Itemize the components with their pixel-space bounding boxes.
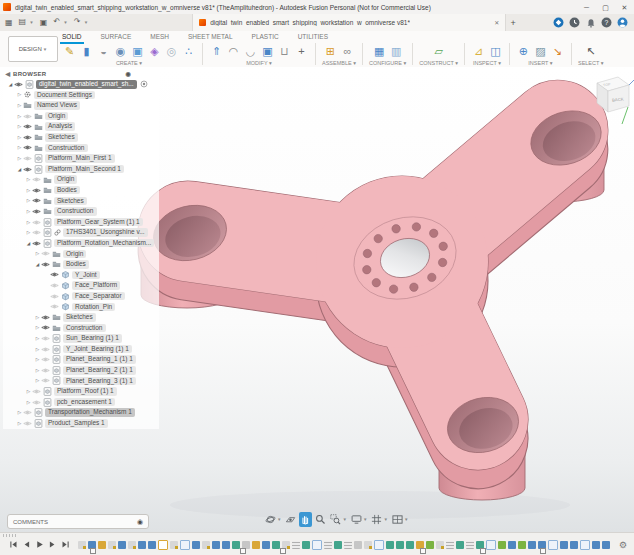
recent-icon[interactable] (569, 17, 580, 28)
timeline-group-marker[interactable] (540, 548, 546, 554)
tree-item-17hs3401-usongshine-v[interactable]: ▷17HS3401_Usongshine v... (3, 227, 159, 238)
timeline-feature-extrude[interactable] (570, 541, 578, 549)
close-button[interactable]: ✕ (615, 1, 634, 14)
timeline-feature-feature[interactable] (252, 541, 260, 549)
timeline-feature-parameter[interactable] (466, 541, 474, 549)
timeline-feature-extrude[interactable] (262, 541, 270, 549)
tree-item-label[interactable]: Analysis (45, 122, 75, 131)
visibility-off-eye-icon[interactable] (32, 399, 41, 406)
timeline-feature-feature[interactable] (98, 541, 106, 549)
tree-item-face-separator[interactable]: Face_Separator (3, 291, 159, 302)
tree-item-label[interactable]: Face_Separator (72, 292, 125, 301)
timeline-group-marker[interactable] (480, 548, 486, 554)
visibility-off-eye-icon[interactable] (41, 335, 50, 342)
timeline-feature-motion[interactable] (498, 541, 506, 549)
timeline-group-marker[interactable] (90, 548, 96, 554)
expand-arrow-icon[interactable]: ▷ (25, 389, 32, 394)
visibility-on-eye-icon[interactable] (23, 123, 32, 130)
tree-item-platform-main-first-1[interactable]: ▷Platform_Main_First 1 (3, 153, 159, 164)
insert-derive-icon[interactable]: ⊕ (516, 44, 531, 59)
visibility-on-eye-icon[interactable] (32, 187, 41, 194)
tree-item-document-settings[interactable]: ▷Document Settings (3, 90, 159, 101)
visibility-on-eye-icon[interactable] (41, 314, 50, 321)
joint-icon[interactable]: ∞ (340, 44, 355, 59)
visibility-on-eye-icon[interactable] (32, 197, 41, 204)
extensions-icon[interactable] (553, 17, 564, 28)
timeline-feature-construction-plane[interactable] (374, 540, 384, 550)
visibility-on-eye-icon[interactable] (32, 240, 41, 247)
tree-item-sketches[interactable]: ▷Sketches (3, 196, 159, 207)
timeline-feature-sketch[interactable] (202, 541, 210, 549)
zoom-tool[interactable] (314, 512, 327, 527)
tree-item-label[interactable]: Sketches (54, 197, 87, 206)
form-icon[interactable]: ◒ (96, 44, 111, 59)
tree-item-bodies[interactable]: ▷Bodies (3, 185, 159, 196)
configuration-table-icon[interactable]: ▦ (372, 44, 387, 59)
timeline-feature-joint[interactable] (456, 541, 464, 549)
tree-item-label[interactable]: 17HS3401_Usongshine v... (63, 228, 148, 237)
timeline-feature-extrude[interactable] (508, 541, 516, 549)
visibility-on-eye-icon[interactable] (14, 81, 23, 88)
tree-item-bodies[interactable]: ◢Bodies (3, 259, 159, 270)
timeline-feature-misc[interactable] (354, 541, 362, 549)
minimize-button[interactable]: ─ (577, 1, 596, 14)
collapse-panel-icon[interactable]: ◀ (3, 70, 13, 77)
visibility-off-eye-icon[interactable] (32, 219, 41, 226)
orbit-tool[interactable]: ▼ (264, 512, 282, 527)
visibility-off-eye-icon[interactable] (50, 293, 59, 300)
document-tab[interactable]: digital_twin_enabled_smart_shipping_work… (192, 14, 506, 31)
move-copy-icon[interactable]: + (294, 44, 309, 59)
section-analysis-icon[interactable]: ◫ (488, 44, 503, 59)
visibility-on-eye-icon[interactable] (41, 324, 50, 331)
tree-item-construction[interactable]: ▷Construction (3, 206, 159, 217)
timeline-feature-sketch[interactable] (108, 541, 116, 549)
tree-item-planet-bearing-1-1-1[interactable]: ▷Planet_Bearing_1 (1) 1 (3, 354, 159, 365)
timeline-feature-parameter[interactable] (344, 541, 352, 549)
tree-item-pcb-encasement-1[interactable]: ▷pcb_encasement 1 (3, 397, 159, 408)
tree-item-label[interactable]: Origin (45, 112, 68, 121)
timeline-feature-construction-plane[interactable] (486, 540, 496, 550)
expand-arrow-icon[interactable]: ▷ (16, 124, 23, 129)
fillet-icon[interactable]: ◠ (226, 44, 241, 59)
tree-item-platform-gear-system-1-1[interactable]: ▷Platform_Gear_System (1) 1 (3, 217, 159, 228)
viewports-tool[interactable]: ▼ (391, 512, 409, 527)
timeline-feature-parameter[interactable] (292, 541, 300, 549)
group-label-create[interactable]: CREATE ▾ (116, 60, 142, 66)
group-label-select[interactable]: SELECT ▾ (578, 60, 604, 66)
tree-item-label[interactable]: Planet_Bearing_3 (1) 1 (63, 377, 136, 386)
browser-options-icon[interactable]: ◉ (125, 70, 131, 77)
timeline-group-marker[interactable] (240, 548, 246, 554)
tree-item-label[interactable]: pcb_encasement 1 (54, 398, 115, 407)
tree-item-label[interactable]: Bodies (63, 260, 89, 269)
chevron-down-icon[interactable]: ▼ (383, 517, 387, 522)
generative-design-icon[interactable]: ◈ (147, 44, 162, 59)
timeline-feature-extrude[interactable] (192, 541, 200, 549)
new-component-icon[interactable]: ⊞ (323, 44, 338, 59)
timeline-feature-motion[interactable] (426, 541, 434, 549)
tree-item-platform-rotation-mechanism[interactable]: ◢Platform_Rotation_Mechanism... (3, 238, 159, 249)
play-button[interactable] (34, 540, 44, 550)
shell-icon[interactable]: ◡ (243, 44, 258, 59)
display-settings-tool[interactable]: ▼ (350, 512, 368, 527)
expand-arrow-icon[interactable]: ▷ (25, 220, 32, 225)
tree-item-label[interactable]: digital_twin_enabled_smart_sh... (36, 80, 137, 89)
group-label-configure[interactable]: CONFIGURE ▾ (369, 60, 406, 66)
visibility-on-eye-icon[interactable] (32, 208, 41, 215)
expand-arrow-icon[interactable]: ▷ (16, 135, 23, 140)
visibility-on-eye-icon[interactable] (23, 144, 32, 151)
tree-item-label[interactable]: Construction (63, 324, 106, 333)
visibility-on-eye-icon[interactable] (23, 134, 32, 141)
expand-arrow-icon[interactable]: ▷ (16, 145, 23, 150)
chevron-down-icon[interactable]: ▼ (342, 517, 346, 522)
expand-arrow-icon[interactable]: ▷ (34, 368, 41, 373)
group-label-inspect[interactable]: INSPECT ▾ (473, 60, 501, 66)
tree-item-label[interactable]: Face_Platform (72, 281, 120, 290)
timeline-feature-parameter[interactable] (324, 541, 332, 549)
timeline-feature-construction-plane[interactable] (548, 540, 558, 550)
viewport-canvas[interactable]: TOP BACK ◀ BROWSER ◉ ◢digital_twin_enabl… (0, 67, 634, 532)
tree-item-label[interactable]: Platform_Main_Second 1 (45, 165, 124, 174)
timeline-feature-sketch[interactable] (128, 541, 136, 549)
timeline-feature-joint[interactable] (396, 541, 404, 549)
canvas-icon[interactable]: ▨ (533, 44, 548, 59)
timeline-feature-construction-plane[interactable] (312, 540, 322, 550)
